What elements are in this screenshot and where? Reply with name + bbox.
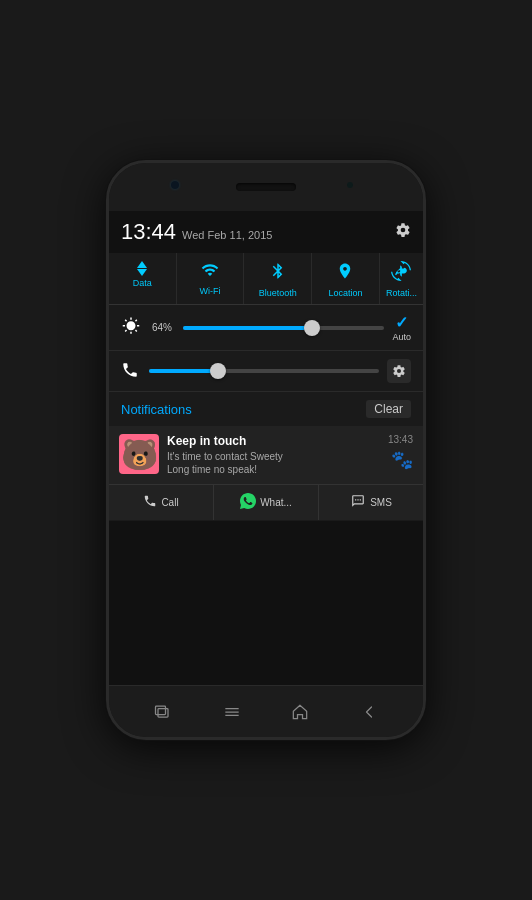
notifications-title: Notifications [121, 402, 192, 417]
notification-card: 🐻 Keep in touch It's time to contact Swe… [109, 426, 423, 520]
toggle-wifi-label: Wi-Fi [181, 286, 240, 296]
whatsapp-label: What... [260, 497, 292, 508]
toggle-bluetooth-label: Bluetooth [248, 288, 307, 298]
toggle-wifi[interactable]: Wi-Fi [177, 253, 245, 304]
menu-button[interactable] [221, 701, 243, 723]
call-label: Call [161, 497, 178, 508]
phone-top-bar [109, 163, 423, 211]
action-whatsapp[interactable]: What... [214, 485, 319, 520]
auto-brightness[interactable]: ✓ Auto [392, 313, 411, 342]
toggle-data[interactable]: Data [109, 253, 177, 304]
notification-secondary-icon: 🐾 [391, 449, 413, 471]
whatsapp-icon [240, 493, 256, 512]
bluetooth-icon [269, 261, 287, 286]
rotation-icon [391, 261, 411, 286]
brightness-row: 64% ✓ Auto [109, 305, 423, 351]
notifications-header: Notifications Clear [109, 392, 423, 426]
phone-speaker [236, 183, 296, 191]
phone-screen: 13:44 Wed Feb 11, 2015 Data [109, 211, 423, 685]
location-icon [336, 261, 354, 286]
action-call[interactable]: Call [109, 485, 214, 520]
action-sms[interactable]: SMS [319, 485, 423, 520]
settings-icon[interactable] [395, 222, 411, 242]
toggle-bluetooth[interactable]: Bluetooth [244, 253, 312, 304]
volume-slider[interactable] [149, 369, 379, 373]
volume-row [109, 351, 423, 392]
toggle-data-label: Data [113, 278, 172, 288]
toggle-location[interactable]: Location [312, 253, 380, 304]
back-button[interactable] [358, 701, 380, 723]
notification-time: 13:43 [388, 434, 413, 445]
sms-icon [350, 494, 366, 511]
home-button[interactable] [289, 701, 311, 723]
toggle-rotation-label: Rotati... [384, 288, 419, 298]
notification-title: Keep in touch [167, 434, 380, 448]
brightness-icon [121, 317, 141, 339]
call-icon [143, 494, 157, 511]
bear-icon: 🐻 [121, 438, 158, 471]
wifi-icon [200, 261, 220, 284]
quick-toggles: Data Wi-Fi Bluetooth [109, 253, 423, 305]
notification-body-line2: Long time no speak! [167, 463, 380, 476]
phone-camera [171, 181, 179, 189]
toggle-location-label: Location [316, 288, 375, 298]
notification-avatar: 🐻 [119, 434, 159, 474]
notification-text: Keep in touch It's time to contact Sweet… [167, 434, 380, 476]
auto-label: Auto [392, 332, 411, 342]
volume-settings-icon[interactable] [387, 359, 411, 383]
empty-space [109, 521, 423, 685]
notification-actions: Call What... [109, 484, 423, 520]
phone-sensor [347, 182, 353, 188]
svg-rect-0 [156, 706, 166, 714]
date: Wed Feb 11, 2015 [182, 229, 272, 241]
time-date: 13:44 Wed Feb 11, 2015 [121, 219, 272, 245]
phone-frame: 13:44 Wed Feb 11, 2015 Data [106, 160, 426, 740]
clear-button[interactable]: Clear [366, 400, 411, 418]
recent-apps-button[interactable] [152, 701, 174, 723]
data-icon [137, 261, 147, 276]
clock: 13:44 [121, 219, 176, 245]
notification-content: 🐻 Keep in touch It's time to contact Swe… [109, 426, 423, 484]
brightness-percent: 64% [149, 322, 175, 333]
volume-icon [121, 361, 141, 382]
checkmark-icon: ✓ [395, 313, 408, 332]
status-bar: 13:44 Wed Feb 11, 2015 [109, 211, 423, 253]
svg-rect-1 [158, 708, 168, 716]
brightness-slider[interactable] [183, 326, 384, 330]
sms-label: SMS [370, 497, 392, 508]
toggle-rotation[interactable]: Rotati... [380, 253, 423, 304]
nav-bar [109, 685, 423, 737]
notification-body-line1: It's time to contact Sweety [167, 450, 380, 463]
